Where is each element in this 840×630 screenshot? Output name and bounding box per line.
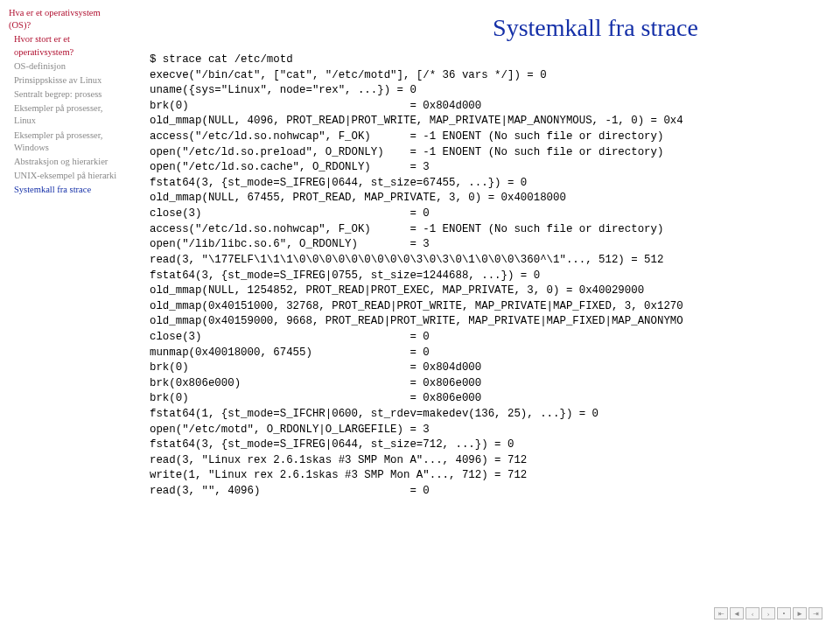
nav-item[interactable]: Eksempler på prosesser, Windows — [9, 130, 120, 154]
nav-item[interactable]: Hvor stort er et operativsystem? — [9, 33, 120, 58]
nav-prev-icon[interactable]: ◄ — [730, 607, 744, 620]
nav-fwd-icon[interactable]: ► — [793, 607, 807, 620]
nav-first-icon[interactable]: ⇤ — [714, 607, 728, 620]
nav-search-icon[interactable]: • — [777, 607, 791, 620]
nav-footer: ⇤ ◄ ‹ › • ► ⇥ — [714, 607, 822, 620]
nav-next-icon[interactable]: › — [761, 607, 775, 620]
nav-item[interactable]: Prinsippskisse av Linux — [9, 74, 120, 87]
slide-title: Systemkall fra strace — [351, 14, 840, 42]
nav-item[interactable]: Sentralt begrep: prosess — [9, 88, 120, 101]
nav-item[interactable]: Abstraksjon og hierarkier — [9, 156, 120, 168]
code-block: $ strace cat /etc/motd execve("/bin/cat"… — [150, 52, 840, 500]
main-content: Systemkall fra strace $ strace cat /etc/… — [136, 0, 840, 630]
nav-item[interactable]: OS-definisjon — [9, 60, 120, 73]
nav-item[interactable]: UNIX-eksempel på hierarki — [9, 170, 120, 182]
sidebar: Hva er et operativsystem (OS)? Hvor stor… — [0, 0, 127, 630]
nav-item[interactable]: Eksempler på prosesser, Linux — [9, 102, 120, 127]
nav-back-icon[interactable]: ‹ — [746, 607, 760, 620]
nav-item-current[interactable]: Systemkall fra strace — [9, 184, 120, 196]
nav-last-icon[interactable]: ⇥ — [808, 607, 822, 620]
nav-item[interactable]: Hva er et operativsystem (OS)? — [9, 7, 120, 32]
